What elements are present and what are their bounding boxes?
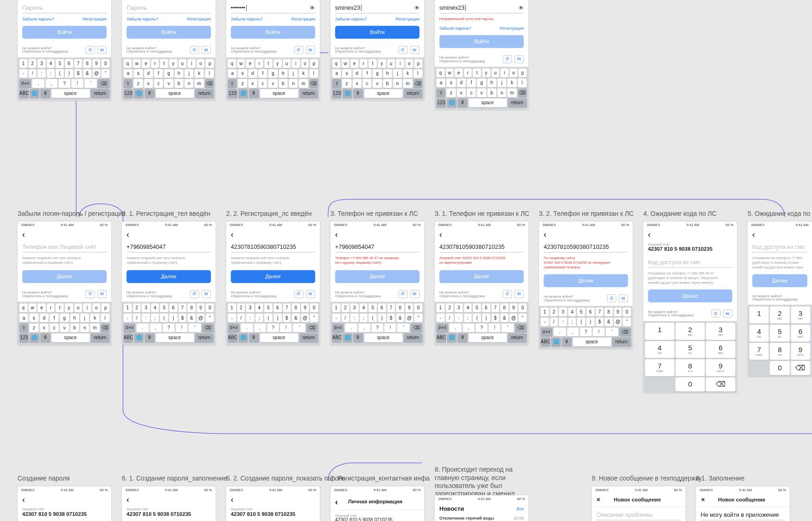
keyboard-key[interactable]: y bbox=[273, 59, 281, 68]
eye-icon[interactable]: 👁 bbox=[310, 5, 315, 11]
numpad-key[interactable]: 5JKL bbox=[770, 325, 790, 342]
keyboard-key[interactable]: $ bbox=[74, 69, 82, 78]
keyboard-key[interactable]: r bbox=[464, 68, 472, 77]
keyboard-key[interactable]: #+= bbox=[124, 323, 136, 332]
keyboard-key[interactable]: 9 bbox=[405, 303, 413, 312]
keyboard-key[interactable]: $ bbox=[283, 313, 291, 322]
keyboard-key[interactable]: ⇧ bbox=[20, 323, 28, 332]
keyboard-key[interactable]: 3 bbox=[38, 59, 46, 68]
keyboard-key[interactable]: 5 bbox=[56, 59, 64, 68]
keyboard-key[interactable]: j bbox=[497, 79, 506, 87]
keyboard-key[interactable]: h bbox=[383, 69, 392, 78]
numpad-key[interactable]: 4GHI bbox=[749, 325, 769, 342]
keyboard-key[interactable]: a bbox=[20, 313, 28, 322]
keyboard-key[interactable]: @ bbox=[614, 318, 622, 327]
keyboard-key[interactable]: 2 bbox=[237, 303, 245, 312]
keyboard-key[interactable]: 7 bbox=[74, 59, 82, 68]
keyboard-key[interactable]: l bbox=[309, 69, 318, 78]
keyboard-key[interactable]: ⌫ bbox=[515, 323, 527, 332]
keyboard-key[interactable]: 5 bbox=[160, 303, 168, 312]
keyboard-key[interactable]: f bbox=[154, 69, 163, 78]
keyboard-key[interactable]: ' bbox=[398, 323, 410, 332]
keyboard-key[interactable]: v bbox=[477, 88, 486, 97]
keyboard-key[interactable]: ( bbox=[369, 313, 377, 322]
otp-input[interactable]: Код доступа из смс bbox=[648, 258, 732, 267]
keyboard-key[interactable]: @ bbox=[405, 313, 413, 322]
keyboard-key[interactable]: ⌫ bbox=[518, 88, 526, 97]
phone-icon[interactable]: ✆ bbox=[86, 46, 95, 54]
keyboard-key[interactable]: j bbox=[185, 69, 193, 78]
keyboard-key[interactable]: ? bbox=[267, 323, 279, 332]
keyboard-key[interactable]: p bbox=[519, 68, 526, 77]
numpad-key[interactable]: ⌫ bbox=[791, 361, 810, 375]
keyboard-key[interactable]: ; bbox=[47, 69, 55, 78]
keyboard-key[interactable]: i bbox=[187, 59, 195, 68]
keyboard-key[interactable]: e bbox=[351, 59, 359, 68]
keyboard-key[interactable]: 7 bbox=[179, 303, 186, 312]
keyboard-key[interactable]: 6 bbox=[65, 59, 73, 68]
keyboard-key[interactable]: s bbox=[29, 313, 38, 322]
keyboard-key[interactable]: 2 bbox=[133, 303, 140, 312]
keyboard-key[interactable]: l bbox=[100, 313, 109, 322]
keyboard-key[interactable]: h bbox=[70, 313, 79, 322]
keyboard-key[interactable]: x bbox=[144, 79, 153, 88]
keyboard-key[interactable]: h bbox=[487, 79, 496, 87]
numpad[interactable]: 12ABC3DEF4GHI5JKL6MNO7PQRS8TUV9WXYZ0⌫ bbox=[643, 321, 737, 394]
keyboard-key[interactable]: ! bbox=[593, 328, 605, 337]
eye-icon[interactable]: 👁 bbox=[414, 5, 419, 11]
numpad-key[interactable]: 3DEF bbox=[706, 323, 735, 341]
keyboard-key[interactable]: x bbox=[248, 79, 257, 88]
keyboard-key[interactable]: n bbox=[80, 323, 89, 332]
keyboard-key[interactable]: d bbox=[40, 313, 48, 322]
keyboard-key[interactable]: " bbox=[310, 313, 318, 322]
keyboard-key[interactable]: ' bbox=[293, 323, 305, 332]
keyboard-key[interactable]: b bbox=[70, 323, 79, 332]
keyboard-key[interactable]: r bbox=[359, 59, 367, 68]
keyboard-key[interactable]: b bbox=[487, 88, 496, 97]
keyboard-key[interactable]: q bbox=[20, 303, 27, 312]
keyboard-key[interactable]: 7 bbox=[596, 308, 604, 317]
keyboard-key[interactable]: u bbox=[387, 59, 395, 68]
keyboard-key[interactable]: " bbox=[623, 318, 631, 327]
keyboard-key[interactable]: 7 bbox=[387, 303, 395, 312]
keyboard-key[interactable]: j bbox=[289, 69, 298, 78]
keyboard-key[interactable]: s bbox=[446, 79, 455, 87]
keyboard-key[interactable]: #+= bbox=[332, 323, 344, 332]
keyboard-key[interactable]: k bbox=[507, 79, 516, 87]
keyboard-key[interactable]: b bbox=[383, 79, 392, 88]
keyboard-key[interactable]: ⌫ bbox=[98, 79, 110, 88]
keyboard-key[interactable]: . bbox=[241, 323, 253, 332]
keyboard-key[interactable]: r bbox=[255, 59, 263, 68]
keyboard-key[interactable]: y bbox=[378, 59, 386, 68]
keyboard-key[interactable]: o bbox=[301, 59, 309, 68]
keyboard-key[interactable]: t bbox=[56, 303, 64, 312]
keyboard-key[interactable]: m bbox=[403, 79, 412, 88]
keyboard-key[interactable]: w bbox=[28, 303, 36, 312]
keyboard-key[interactable]: 4 bbox=[151, 303, 159, 312]
keyboard-key[interactable]: m bbox=[90, 323, 99, 332]
keyboard-key[interactable]: l bbox=[413, 69, 422, 78]
keyboard-key[interactable]: n bbox=[185, 79, 193, 88]
mail-icon[interactable]: ✉ bbox=[97, 46, 106, 54]
keyboard-key[interactable]: " bbox=[414, 313, 422, 322]
keyboard-key[interactable]: - bbox=[332, 313, 340, 322]
keyboard-key[interactable]: / bbox=[237, 313, 245, 322]
keyboard-key[interactable]: x bbox=[353, 79, 361, 88]
keyboard-key[interactable]: 0 bbox=[414, 303, 422, 312]
keyboard-key[interactable]: ? bbox=[371, 323, 383, 332]
keyboard-key[interactable]: ) bbox=[482, 313, 490, 322]
numpad-key[interactable]: 7PQRS bbox=[749, 343, 769, 360]
keyboard-key[interactable]: d bbox=[144, 69, 153, 78]
keyboard-key[interactable]: l bbox=[205, 69, 213, 78]
keyboard-key[interactable]: & bbox=[605, 318, 612, 327]
keyboard-key[interactable]: 8 bbox=[500, 303, 508, 312]
keyboard-key[interactable]: l bbox=[518, 79, 526, 87]
keyboard-key[interactable]: f bbox=[363, 69, 372, 78]
keyboard-key[interactable]: g bbox=[268, 69, 277, 78]
keyboard-key[interactable]: 1 bbox=[20, 59, 27, 68]
keyboard-key[interactable]: . bbox=[450, 323, 462, 332]
keyboard-key[interactable]: ? bbox=[476, 323, 488, 332]
keyboard-key[interactable]: ⇧ bbox=[437, 88, 446, 97]
numpad-key[interactable] bbox=[645, 378, 674, 392]
keyboard-key[interactable]: y bbox=[65, 303, 73, 312]
